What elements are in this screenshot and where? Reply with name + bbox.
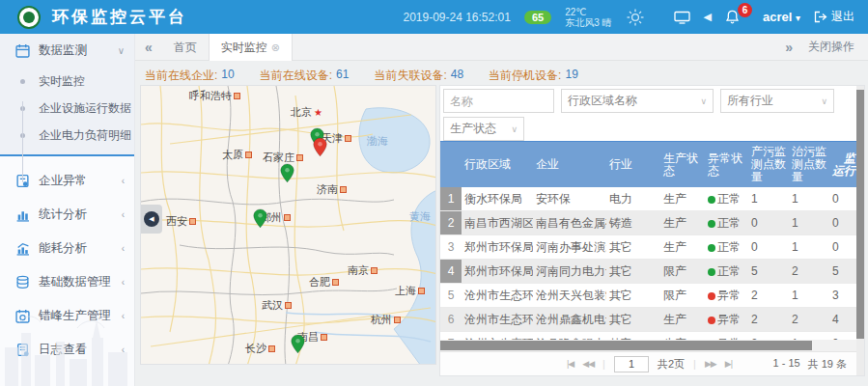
table-cell: 1	[789, 332, 829, 340]
table-row[interactable]: 6沧州市生态环保局沧州鼎鑫机电设备其它生产异常224	[440, 308, 858, 332]
table-cell: 0	[829, 187, 858, 210]
enterprise-table-panel: 行政区域名称∨ 所有行业∨ 生产状态∨ 行政区域 企业 行业 生产状态 异常状态…	[439, 85, 865, 376]
horizontal-scrollbar-thumb[interactable]	[440, 341, 812, 350]
sidebar-item-realtime-monitoring[interactable]: 实时监控	[0, 68, 134, 95]
map-pin-icon[interactable]	[291, 334, 305, 354]
col-header-index	[440, 142, 462, 187]
col-header-enterprise[interactable]: 企业	[533, 142, 606, 187]
sidebar: 数据监测 ∨ 实时监控 企业设施运行数据 企业电力负荷明细 企业异常‹ 统计分析…	[0, 34, 135, 386]
sidebar-item-statistics[interactable]: 统计分析‹	[0, 198, 134, 232]
table-cell: 7	[440, 332, 462, 340]
top-header: 环保监控云平台 2019-09-24 16:52:01 65 22℃东北风3 晴…	[0, 0, 868, 34]
table-cell: 郑州市环保局	[462, 235, 533, 259]
col-header-pollution-points[interactable]: 产污监测点数量	[748, 142, 789, 187]
close-operations-menu[interactable]: 关闭操作	[802, 39, 868, 55]
table-cell: 沧县隆鑫强力加工	[533, 332, 606, 340]
map-pin-icon[interactable]	[313, 137, 327, 157]
status-dot-icon	[708, 220, 715, 228]
map-city-label: 呼和浩特	[189, 89, 240, 103]
industry-select[interactable]: 所有行业∨	[720, 89, 834, 113]
table-cell: 生产	[660, 187, 705, 210]
table-cell: 电力	[606, 187, 660, 210]
table-cell: 正常	[705, 211, 748, 234]
table-cell: 1	[789, 211, 829, 234]
sidebar-item-energy-analysis[interactable]: 能耗分析‹	[0, 232, 134, 265]
city-skyline-decoration	[0, 309, 135, 386]
horizontal-scrollbar[interactable]	[440, 340, 858, 351]
first-page-button[interactable]: |◀	[567, 359, 574, 369]
table-row[interactable]: 5沧州市生态环保局沧州天兴包装制品其它限产异常213	[440, 284, 858, 308]
aqi-badge: 65	[524, 11, 551, 24]
city-marker-icon	[332, 279, 339, 286]
chevron-down-icon: ▾	[796, 13, 800, 23]
user-menu[interactable]: acrel ▾	[763, 10, 800, 24]
page-number-input[interactable]	[614, 356, 649, 372]
chevron-left-icon: ‹	[122, 277, 125, 288]
panel-collapse-button[interactable]: ◀	[141, 205, 162, 234]
col-header-industry[interactable]: 行业	[606, 142, 660, 187]
col-header-abnormal-status[interactable]: 异常状态	[705, 142, 748, 187]
col-header-production-status[interactable]: 生产状态	[660, 142, 705, 187]
map-pin-icon[interactable]	[253, 208, 267, 229]
sidebar-item-facility-data[interactable]: 企业设施运行数据	[0, 95, 134, 122]
table-cell: 1	[789, 235, 829, 259]
map-city-label: 黄海	[409, 209, 431, 224]
table-cell: 3	[440, 235, 462, 259]
tabs-scroll-left-icon[interactable]: «	[135, 40, 162, 55]
sidebar-item-power-load-detail[interactable]: 企业电力负荷明细	[0, 122, 134, 149]
tab-realtime-monitoring[interactable]: 实时监控⊗	[209, 34, 293, 61]
table-cell: 0	[829, 235, 858, 259]
table-row[interactable]: 7沧州市生态环保局沧县隆鑫强力加工其它生产异常210	[440, 332, 858, 340]
table-cell: 生产	[660, 332, 705, 340]
col-header-run-state[interactable]: 监运行	[829, 142, 858, 187]
speaker-icon[interactable]: ◀	[704, 11, 712, 23]
map-city-label: 西安	[166, 214, 196, 229]
city-marker-icon	[234, 93, 240, 99]
table-cell: 1	[748, 187, 789, 210]
name-search-input[interactable]	[443, 89, 554, 113]
col-header-region[interactable]: 行政区域	[462, 142, 533, 187]
table-cell: 其它	[606, 308, 660, 331]
table-cell: 1	[789, 187, 829, 210]
notification-bell-icon[interactable]: 6	[725, 10, 740, 24]
sidebar-item-data-monitoring[interactable]: 数据监测 ∨	[0, 34, 134, 68]
tab-close-icon[interactable]: ⊗	[271, 41, 280, 53]
city-marker-icon	[284, 214, 291, 221]
last-page-button[interactable]: ▶|	[725, 359, 732, 369]
table-cell: 0	[748, 235, 789, 259]
sidebar-item-enterprise-abnormal[interactable]: 企业异常‹	[0, 164, 134, 198]
submenu-timeline	[22, 101, 23, 182]
logout-button[interactable]: 退出	[814, 9, 854, 25]
line-chart-icon	[15, 241, 30, 256]
col-header-treatment-points[interactable]: 治污监测点数量	[789, 142, 829, 187]
vertical-scrollbar-thumb[interactable]	[856, 90, 864, 339]
production-status-select[interactable]: 生产状态∨	[443, 117, 524, 141]
table-row[interactable]: 4郑州市环保局河南同力电力设计其它限产正常525	[440, 260, 858, 284]
monitor-icon[interactable]	[674, 11, 690, 24]
prev-page-button[interactable]: ◀◀	[582, 359, 594, 369]
map-pin-icon[interactable]	[280, 163, 294, 183]
table-cell: 异常	[705, 284, 748, 307]
region-select[interactable]: 行政区域名称∨	[561, 89, 714, 113]
sidebar-item-basic-data[interactable]: 基础数据管理‹	[0, 265, 134, 299]
table-cell: 衡水环保局	[462, 187, 533, 210]
table-row[interactable]: 2南昌市西湖区环保局南昌有色金属有限铸造生产正常010	[440, 211, 858, 235]
table-cell: 正常	[705, 187, 748, 210]
table-cell: 6	[440, 308, 462, 331]
tabs-scroll-right-icon[interactable]: »	[775, 40, 802, 55]
table-cell: 4	[440, 260, 462, 283]
table-row[interactable]: 3郑州市环保局河南办事处演示其它生产正常010	[440, 235, 858, 260]
vertical-scrollbar[interactable]	[856, 86, 864, 375]
table-row[interactable]: 1衡水环保局安环保电力生产正常110	[440, 187, 858, 211]
next-page-button[interactable]: ▶▶	[705, 359, 716, 369]
notification-count-badge: 6	[738, 3, 752, 17]
map-city-label: 济南	[317, 182, 347, 197]
table-cell: 沧州市生态环保局	[462, 308, 533, 331]
tab-home[interactable]: 首页	[162, 34, 209, 61]
table-cell: 其它	[606, 235, 660, 259]
map-city-label: 太原	[222, 148, 252, 162]
app-window: 环保监控云平台 2019-09-24 16:52:01 65 22℃东北风3 晴…	[0, 0, 868, 386]
map-city-label: 南京	[348, 263, 378, 278]
table-body: 1衡水环保局安环保电力生产正常1102南昌市西湖区环保局南昌有色金属有限铸造生产…	[440, 187, 858, 340]
map-panel[interactable]: 呼和浩特北京★天津渤海太原石家庄济南西安郑州黄海南京合肥上海武汉杭州南昌长沙 ◀	[140, 85, 436, 365]
